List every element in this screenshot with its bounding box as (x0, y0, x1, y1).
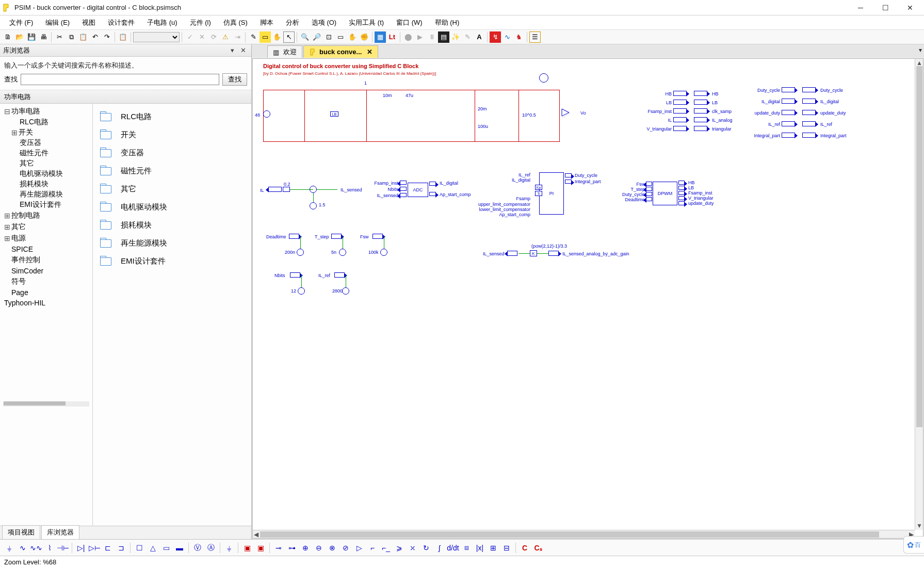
block1-icon[interactable]: ▭ (160, 542, 172, 554)
menu-window[interactable]: 窗口 (W) (390, 16, 429, 29)
mul-icon[interactable]: ⊗ (326, 542, 338, 554)
mosfet-icon[interactable]: ⊐ (115, 542, 127, 554)
maximize-button[interactable]: ☐ (873, 1, 897, 15)
next-icon[interactable]: ⇥ (232, 31, 243, 43)
menu-analysis[interactable]: 分析 (280, 16, 305, 29)
new-icon[interactable]: 🗎 (2, 31, 13, 43)
resistor-icon[interactable]: ∿∿ (30, 542, 42, 554)
mux-icon[interactable]: ⊞ (487, 542, 499, 554)
c-red-icon[interactable]: C (518, 542, 531, 554)
text-icon[interactable]: A (474, 31, 485, 43)
folder-item[interactable]: 其它 (95, 180, 249, 198)
tab-library-browser[interactable]: 库浏览器 (41, 525, 79, 539)
menu-subcircuit[interactable]: 子电路 (u) (141, 16, 184, 29)
folder-item[interactable]: 开关 (95, 126, 249, 144)
pencil-icon[interactable]: ✎ (248, 31, 259, 43)
menu-help[interactable]: 帮助 (H) (429, 16, 466, 29)
close-button[interactable]: ✕ (898, 1, 922, 15)
sat-icon[interactable]: ⌐_ (380, 542, 392, 554)
comp-icon[interactable]: ⩾ (393, 542, 406, 554)
zoomfit-icon[interactable]: ⊡ (323, 31, 334, 43)
ground-icon[interactable]: ⏚ (3, 542, 15, 554)
search-button[interactable]: 查找 (222, 73, 247, 86)
filter-icon[interactable]: ⧇ (460, 542, 473, 554)
earth-icon[interactable]: ⏚ (223, 542, 235, 554)
wave-icon[interactable]: ∿ (501, 31, 513, 43)
wand-icon[interactable]: ✨ (450, 31, 461, 43)
menu-simulate[interactable]: 仿真 (S) (217, 16, 254, 29)
ruler-icon[interactable]: ✎ (462, 31, 473, 43)
tab-close-icon[interactable]: ✕ (367, 48, 372, 56)
node-icon[interactable]: ⊶ (286, 542, 298, 554)
div-icon[interactable]: ⊘ (339, 542, 352, 554)
folder-item[interactable]: 再生能源模块 (95, 234, 249, 252)
square-icon[interactable]: ☐ (133, 542, 145, 554)
folder-item[interactable]: 变压器 (95, 144, 249, 162)
tab-welcome[interactable]: ▥ 欢迎 (267, 45, 302, 58)
print-icon[interactable]: 🖶 (38, 31, 49, 43)
menu-options[interactable]: 选项 (O) (305, 16, 343, 29)
inductor-icon[interactable]: ⌇ (43, 542, 56, 554)
folder-panel[interactable]: RLC电路 开关 变压器 磁性元件 其它 电机驱动模块 损耗模块 再生能源模块 … (93, 104, 251, 526)
x-icon[interactable]: ✕ (196, 31, 207, 43)
menu-script[interactable]: 脚本 (254, 16, 280, 29)
menu-tools[interactable]: 实用工具 (t) (343, 16, 390, 29)
folder-item[interactable]: 电机驱动模块 (95, 198, 249, 216)
open-icon[interactable]: 📂 (14, 31, 25, 43)
diode-icon[interactable]: ▷| (75, 542, 87, 554)
tree-panel[interactable]: ⊟功率电路 RLC电路 ⊞开关 变压器 磁性元件 其它 电机驱动模块 损耗模块 … (0, 104, 93, 526)
play-icon[interactable]: ▶ (414, 31, 426, 43)
sidebar-dropdown-icon[interactable]: ▾ (231, 46, 236, 54)
abs-icon[interactable]: |x| (474, 542, 486, 554)
lt-icon[interactable]: Lt (386, 31, 398, 43)
minimize-button[interactable]: ─ (849, 1, 872, 15)
search-input[interactable] (21, 74, 219, 85)
float-badge[interactable]: ✿ 百 (903, 536, 924, 554)
highlight-icon[interactable]: ▭ (260, 31, 271, 43)
grab-icon[interactable]: ✊ (359, 31, 370, 43)
folder-item[interactable]: 损耗模块 (95, 216, 249, 234)
align-icon[interactable]: ☰ (529, 31, 541, 43)
record-icon[interactable]: ⬤ (402, 31, 414, 43)
tab-project-view[interactable]: 项目视图 (2, 525, 40, 539)
hand-icon[interactable]: ✋ (271, 31, 283, 43)
deriv-icon[interactable]: d/dt (447, 542, 459, 554)
undo-icon[interactable]: ↶ (89, 31, 101, 43)
horizontal-scrollbar[interactable]: ◀ ▶ (253, 530, 915, 538)
tabs-dropdown-icon[interactable]: ▾ (919, 46, 922, 54)
page-icon[interactable]: ▭ (335, 31, 346, 43)
paste-clip-icon[interactable]: 📋 (117, 31, 128, 43)
folder-item[interactable]: 磁性元件 (95, 162, 249, 180)
chip-icon[interactable]: ▦ (375, 31, 386, 43)
capacitor-icon[interactable]: ⊣⊢ (57, 542, 69, 554)
switch-icon[interactable]: ⤫ (407, 542, 419, 554)
combo-dropdown[interactable] (133, 32, 180, 42)
save-icon[interactable]: 💾 (26, 31, 37, 43)
red-sq-icon[interactable]: ↯ (490, 31, 501, 43)
folder-item[interactable]: RLC电路 (95, 108, 249, 126)
sub-icon[interactable]: ⊖ (313, 542, 325, 554)
vertical-scrollbar[interactable]: ▲ ▼ (915, 59, 923, 530)
aprobe-icon[interactable]: Ⓐ (205, 542, 217, 554)
redo-icon[interactable]: ↷ (101, 31, 112, 43)
horse-icon[interactable]: ♞ (513, 31, 525, 43)
menu-edit[interactable]: 编辑 (E) (39, 16, 76, 29)
thyristor-icon[interactable]: ▷⊢ (88, 542, 101, 554)
stop-hand-icon[interactable]: ✋ (347, 31, 358, 43)
menu-view[interactable]: 视图 (76, 16, 102, 29)
tree-scrollbar[interactable] (3, 401, 89, 407)
port-icon[interactable]: ⊸ (272, 542, 285, 554)
menu-components[interactable]: 元件 (l) (184, 16, 217, 29)
triangle-icon[interactable]: △ (147, 542, 159, 554)
vprobe-icon[interactable]: Ⓥ (191, 542, 204, 554)
copy-icon[interactable]: ⧉ (66, 31, 77, 43)
sidebar-close-icon[interactable]: ✕ (240, 46, 248, 54)
tab-buck-converter[interactable]: buck conve... ✕ (303, 45, 378, 58)
warning-icon[interactable]: ⚠ (220, 31, 231, 43)
integ-icon[interactable]: ∫ (433, 542, 446, 554)
paste-icon[interactable]: 📋 (77, 31, 89, 43)
block2-icon[interactable]: ▬ (173, 542, 186, 554)
sum-icon[interactable]: ⊕ (299, 542, 312, 554)
pause-icon[interactable]: ⏸ (426, 31, 437, 43)
zoomin-icon[interactable]: 🔍 (299, 31, 311, 43)
